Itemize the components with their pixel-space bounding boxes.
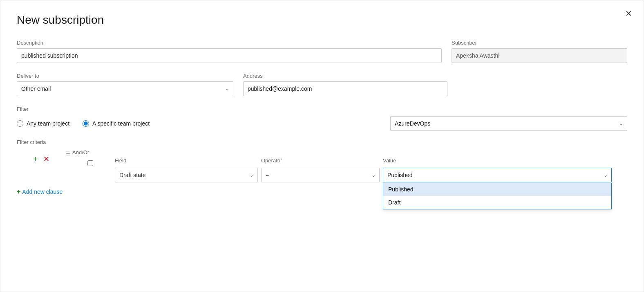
deliver-to-label: Deliver to: [17, 73, 233, 79]
dropdown-item-draft[interactable]: Draft: [383, 196, 611, 209]
criteria-row-1: Draft state ⌄ = ⌄ P: [17, 168, 627, 182]
new-subscription-dialog: ✕ New subscription Description Subscribe…: [0, 0, 644, 292]
description-label: Description: [17, 40, 442, 46]
field-cell: Draft state ⌄: [115, 168, 258, 182]
project-select[interactable]: AzureDevOps: [390, 116, 627, 131]
subscriber-group: Subscriber: [452, 40, 627, 63]
value-select-row: Published Draft ⌄: [383, 168, 612, 182]
radio-specific-project-input[interactable]: [83, 120, 89, 127]
and-or-header: And/Or: [72, 149, 89, 155]
add-remove-buttons: + ✕: [31, 155, 51, 164]
operator-header: Operator: [261, 157, 380, 164]
field-select-wrapper: Draft state ⌄: [115, 168, 258, 182]
and-or-checkbox[interactable]: [87, 160, 93, 166]
remove-row-button[interactable]: ✕: [42, 155, 51, 164]
radio-any-project-label: Any team project: [27, 120, 69, 127]
value-cell: Published Draft ⌄ Published Draft: [383, 168, 612, 182]
filter-criteria-section: Filter criteria + ✕ ☰ And/Or Field: [17, 139, 627, 195]
add-clause-label: Add new clause: [22, 189, 63, 195]
dropdown-item-published[interactable]: Published: [383, 183, 611, 196]
description-input[interactable]: [17, 48, 442, 63]
and-or-col-header: ☰ And/Or: [66, 149, 115, 166]
dialog-title: New subscription: [17, 13, 627, 27]
field-select[interactable]: Draft state: [115, 168, 258, 182]
field-col-header: Field: [115, 157, 258, 166]
operator-cell: = ⌄: [261, 168, 380, 182]
radio-specific-project[interactable]: A specific team project: [83, 120, 150, 127]
filter-section: Filter Any team project A specific team …: [17, 106, 627, 131]
deliver-to-select[interactable]: Other email: [17, 81, 233, 96]
filter-label: Filter: [17, 106, 627, 112]
description-group: Description: [17, 40, 442, 63]
operator-col-header: Operator: [261, 157, 380, 166]
radio-any-project-input[interactable]: [17, 120, 23, 127]
radio-specific-project-label: A specific team project: [92, 120, 150, 127]
value-dropdown-container: Published Draft ⌄ Published Draft: [383, 168, 612, 182]
field-header: Field: [115, 157, 258, 164]
project-select-wrapper: AzureDevOps ⌄: [390, 116, 627, 131]
add-row-button[interactable]: +: [31, 155, 39, 164]
value-header: Value: [383, 157, 612, 164]
filter-options-row: Any team project A specific team project…: [17, 116, 627, 131]
close-button[interactable]: ✕: [624, 8, 634, 19]
add-clause-button[interactable]: + Add new clause: [17, 188, 63, 195]
operator-select-wrapper: = ⌄: [261, 168, 380, 182]
actions-area: + ✕: [17, 155, 66, 166]
value-select[interactable]: Published Draft: [383, 168, 612, 182]
address-group: Address: [243, 73, 447, 96]
value-col-header: Value: [383, 157, 612, 166]
value-dropdown-menu: Published Draft: [383, 183, 612, 209]
subscriber-label: Subscriber: [452, 40, 627, 46]
add-clause-plus-icon: +: [17, 188, 20, 195]
filter-criteria-label: Filter criteria: [17, 139, 627, 145]
deliver-to-select-wrapper: Other email ⌄: [17, 81, 233, 96]
address-input[interactable]: [243, 81, 447, 96]
radio-any-project[interactable]: Any team project: [17, 120, 69, 127]
deliver-to-group: Deliver to Other email ⌄: [17, 73, 233, 96]
subscriber-input: [452, 48, 627, 63]
address-label: Address: [243, 73, 447, 79]
operator-select[interactable]: =: [261, 168, 380, 182]
and-or-icon: ☰: [66, 150, 71, 157]
criteria-headers-row: + ✕ ☰ And/Or Field Operator Value: [17, 149, 627, 166]
